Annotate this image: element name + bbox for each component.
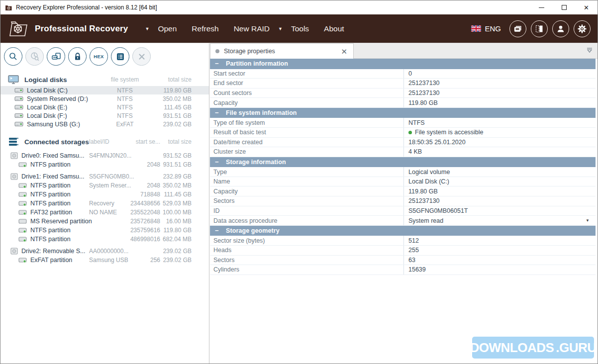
property-label: Data access procedure	[210, 216, 404, 225]
dropdown-caret-icon[interactable]: ▼	[586, 218, 590, 223]
property-value: 251237130	[404, 79, 596, 88]
language-selector[interactable]: ENG	[471, 24, 501, 33]
section-title: File system information	[226, 109, 297, 116]
partition-icon	[18, 236, 27, 242]
logical-disk-row[interactable]: System Reserved (D:)NTFS350.02 MB	[0, 94, 209, 103]
label-id-value: S4FMNJ0N20...	[89, 152, 135, 159]
drive-row[interactable]: Drive2: Removable S...AA00000000...239.0…	[0, 247, 209, 256]
scan-button	[25, 47, 44, 66]
close-button[interactable]: ✕	[575, 0, 598, 14]
logical-disk-rows: Local Disk (C:)NTFS119.80 GBSystem Reser…	[0, 86, 209, 128]
column-header-total-size2: total size	[149, 138, 192, 145]
minimize-button[interactable]	[530, 0, 553, 14]
drive-row[interactable]: Drive0: Fixed Samsu...S4FMNJ0N20...931.5…	[0, 151, 209, 160]
lock-button[interactable]	[68, 47, 87, 66]
property-value: 4 KB	[404, 147, 596, 157]
drive-row[interactable]: Drive1: Fixed Samsu...S5GFNG0MB0...232.8…	[0, 172, 209, 181]
property-row: Date/time created18:50:35 25.01.2020	[210, 138, 596, 148]
brand-logo-folder-icon	[7, 19, 30, 38]
logical-disk-row[interactable]: Local Disk (E:)NTFS111.45 GB	[0, 103, 209, 111]
disk-name: System Reserved (D:)	[27, 95, 88, 102]
partition-row[interactable]: NTFS partition486998016682.04 MB	[0, 235, 209, 244]
partition-row[interactable]: NTFS partitionRecovery234438656529.03 MB	[0, 199, 209, 208]
section-header[interactable]: −Storage information	[210, 157, 596, 168]
tab-list-dropdown-icon[interactable]	[586, 47, 594, 56]
menubar-right-cluster: ENG	[471, 20, 591, 37]
log-list-icon	[115, 52, 125, 62]
partition-row[interactable]: NTFS partition2048931.51 GB	[0, 160, 209, 169]
tab-storage-properties[interactable]: Storage properties ✕	[210, 43, 354, 59]
tab-bar: Storage properties ✕	[210, 43, 598, 59]
new-raid-dropdown-caret-icon[interactable]: ▼	[277, 26, 284, 31]
storage-name: NTFS partition	[30, 227, 71, 234]
connected-storage-rows: Drive0: Fixed Samsu...S4FMNJ0N20...931.5…	[0, 151, 209, 265]
property-value: S5GFNG0MB06051T	[404, 206, 596, 216]
section-title: Storage information	[226, 159, 286, 166]
column-header-file-system: file system	[106, 76, 143, 83]
property-label: Start sector	[210, 69, 404, 79]
partition-row[interactable]: MS Reserved partition23572684816.00 MB	[0, 217, 209, 226]
messages-button[interactable]	[509, 20, 526, 37]
logical-disks-header: Logical disks file system total size	[0, 73, 209, 86]
hex-icon: HEX	[94, 54, 103, 59]
partition-row[interactable]: NTFS partitionSystem Reser...2048350.02 …	[0, 181, 209, 190]
open-dropdown-caret-icon[interactable]: ▼	[144, 26, 151, 31]
content-area: HEX Logical disks file system total size…	[0, 43, 598, 364]
file-system-value: NTFS	[106, 112, 143, 119]
property-value: 119.80 GB	[404, 98, 596, 107]
user-button[interactable]	[552, 20, 569, 37]
partition-row[interactable]: NTFS partition235759616119.80 GB	[0, 226, 209, 235]
label-id-value: AA00000000...	[89, 248, 135, 255]
section-header[interactable]: −Storage geometry	[210, 226, 596, 236]
property-value: 255	[404, 246, 596, 255]
partition-row[interactable]: ExFAT partitionSamsung USB256239.02 GB	[0, 256, 209, 265]
property-label: ID	[210, 206, 404, 216]
layout-panels-button[interactable]	[531, 20, 548, 37]
partition-row[interactable]: FAT32 partitionNO NAME235522048100.00 MB	[0, 208, 209, 217]
disk-image-button[interactable]	[47, 47, 65, 66]
section-header[interactable]: −Partition information	[210, 59, 596, 69]
collapse-icon: −	[215, 227, 226, 234]
property-label: Cylinders	[210, 265, 404, 274]
section-header[interactable]: −File system information	[210, 108, 596, 118]
watermark-right-text: .GURU	[556, 340, 596, 356]
downloads-guru-watermark[interactable]: DOWNLOADS .GURU	[472, 337, 594, 359]
property-value: 251237130	[404, 196, 596, 206]
menu-item-about[interactable]: About	[316, 20, 352, 37]
property-row: Start sector0	[210, 69, 596, 79]
property-label: Sector size (bytes)	[210, 236, 404, 245]
logical-disk-row[interactable]: Samsung USB (G:)ExFAT239.02 GB	[0, 120, 209, 128]
logical-disk-row[interactable]: Local Disk (F:)NTFS931.51 GB	[0, 111, 209, 120]
log-list-button[interactable]	[111, 47, 129, 66]
property-row: Cluster size4 KB	[210, 147, 596, 157]
maximize-button[interactable]	[553, 0, 575, 14]
property-value[interactable]: System read▼	[404, 216, 596, 225]
partition-icon	[18, 218, 27, 224]
hex-viewer-button[interactable]: HEX	[90, 47, 108, 66]
window-controls: ✕	[530, 0, 598, 14]
total-size-value: 100.00 MB	[149, 209, 192, 216]
file-system-value: NTFS	[106, 95, 143, 102]
menu-item-refresh[interactable]: Refresh	[184, 20, 226, 37]
logical-disk-row[interactable]: Local Disk (C:)NTFS119.80 GB	[0, 86, 209, 94]
menu-item-open[interactable]: Open	[150, 20, 184, 37]
search-button[interactable]	[4, 47, 22, 66]
disk-icon	[14, 121, 23, 127]
partition-row[interactable]: NTFS partition718848111.45 GB	[0, 190, 209, 199]
total-size-value: 682.04 MB	[149, 236, 192, 243]
menu-item-new-raid[interactable]: New RAID	[226, 20, 277, 37]
connected-storages-title: Connected storages	[24, 138, 89, 146]
disk-name: Local Disk (F:)	[27, 112, 67, 119]
tab-close-icon[interactable]: ✕	[340, 48, 348, 55]
menu-item-tools[interactable]: Tools	[284, 20, 316, 37]
partition-icon	[18, 227, 27, 233]
app-icon	[5, 4, 12, 11]
collapse-icon: −	[215, 158, 226, 166]
collapse-icon: −	[215, 109, 226, 116]
property-label: Type of file system	[210, 118, 404, 127]
property-row: IDS5GFNG0MB06051T	[210, 206, 596, 216]
property-value: Local Disk (C:)	[404, 177, 596, 186]
settings-button[interactable]	[574, 20, 591, 37]
disk-icon	[14, 112, 23, 119]
property-label: End sector	[210, 79, 404, 88]
